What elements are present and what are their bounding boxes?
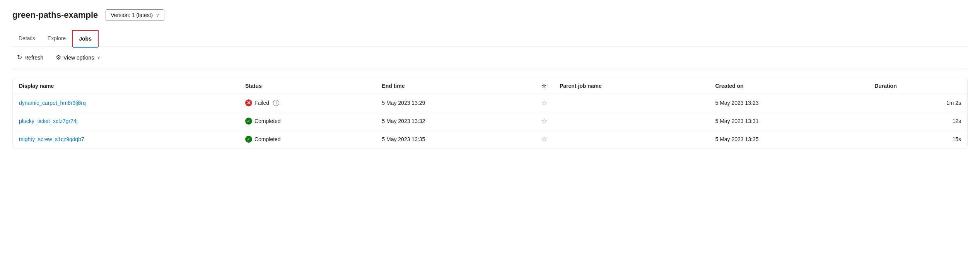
job-parent-name-cell	[553, 94, 709, 112]
completed-icon: ✓	[245, 136, 252, 143]
job-star-cell: ☆	[535, 112, 553, 130]
job-parent-name-cell	[553, 130, 709, 149]
status-label: Completed	[254, 118, 281, 124]
col-header-status: Status	[239, 78, 376, 94]
job-name-link[interactable]: mighty_screw_s1cz9qdqb7	[19, 136, 84, 142]
version-label: Version: 1 (latest)	[111, 12, 153, 18]
job-created-on-cell: 5 May 2023 13:23	[709, 94, 869, 112]
job-parent-name-cell	[553, 112, 709, 130]
star-icon[interactable]: ☆	[541, 99, 547, 107]
refresh-icon: ↻	[17, 54, 22, 61]
col-header-end-time: End time	[376, 78, 535, 94]
tabs-section: Details Explore Jobs	[12, 30, 968, 47]
view-options-icon: ⚙	[56, 54, 61, 61]
job-end-time-cell: 5 May 2023 13:29	[376, 94, 535, 112]
job-display-name-cell: plucky_ticket_xcfz7gr74j	[13, 112, 239, 130]
job-duration-cell: 12s	[868, 112, 967, 130]
completed-icon: ✓	[245, 118, 252, 125]
tab-jobs[interactable]: Jobs	[72, 30, 99, 47]
info-icon[interactable]: i	[273, 100, 279, 106]
status-label: Completed	[254, 136, 281, 142]
job-display-name-cell: mighty_screw_s1cz9qdqb7	[13, 130, 239, 149]
job-created-on-cell: 5 May 2023 13:31	[709, 112, 869, 130]
toolbar-section: ↻ Refresh ⚙ View options ∨	[12, 47, 968, 68]
tab-explore[interactable]: Explore	[41, 31, 72, 46]
table-container: Display name Status End time ☆ Parent jo…	[12, 78, 968, 149]
job-duration-cell: 1m 2s	[868, 94, 967, 112]
job-name-link[interactable]: dynamic_carpet_hm8r9lj8rq	[19, 100, 86, 106]
table-row: mighty_screw_s1cz9qdqb7✓Completed5 May 2…	[13, 130, 967, 149]
job-name-link[interactable]: plucky_ticket_xcfz7gr74j	[19, 118, 78, 124]
col-header-star: ☆	[535, 78, 553, 94]
col-header-display-name: Display name	[13, 78, 239, 94]
failed-icon: ✕	[245, 99, 252, 106]
refresh-label: Refresh	[24, 55, 43, 61]
table-body: dynamic_carpet_hm8r9lj8rq✕Failedi5 May 2…	[13, 94, 967, 149]
job-status-cell: ✕Failedi	[239, 94, 376, 112]
page-container: green-paths-example Version: 1 (latest) …	[0, 0, 980, 158]
table-row: plucky_ticket_xcfz7gr74j✓Completed5 May …	[13, 112, 967, 130]
job-star-cell: ☆	[535, 94, 553, 112]
jobs-table: Display name Status End time ☆ Parent jo…	[13, 78, 967, 148]
view-options-button[interactable]: ⚙ View options ∨	[51, 51, 105, 63]
version-dropdown[interactable]: Version: 1 (latest) ∨	[106, 9, 164, 21]
star-icon[interactable]: ☆	[541, 135, 547, 143]
job-status-cell: ✓Completed	[239, 112, 376, 130]
tab-details[interactable]: Details	[12, 31, 41, 46]
job-end-time-cell: 5 May 2023 13:32	[376, 112, 535, 130]
job-end-time-cell: 5 May 2023 13:35	[376, 130, 535, 149]
job-star-cell: ☆	[535, 130, 553, 149]
star-icon[interactable]: ☆	[541, 117, 547, 125]
page-title: green-paths-example	[12, 10, 98, 20]
header-section: green-paths-example Version: 1 (latest) …	[12, 9, 968, 21]
table-header: Display name Status End time ☆ Parent jo…	[13, 78, 967, 94]
job-display-name-cell: dynamic_carpet_hm8r9lj8rq	[13, 94, 239, 112]
status-label: Failed	[254, 100, 269, 106]
job-duration-cell: 15s	[868, 130, 967, 149]
col-header-duration: Duration	[868, 78, 967, 94]
chevron-down-icon: ∨	[156, 12, 159, 18]
table-row: dynamic_carpet_hm8r9lj8rq✕Failedi5 May 2…	[13, 94, 967, 112]
col-header-parent-job-name: Parent job name	[553, 78, 709, 94]
job-created-on-cell: 5 May 2023 13:35	[709, 130, 869, 149]
job-status-cell: ✓Completed	[239, 130, 376, 149]
view-options-chevron-icon: ∨	[97, 55, 100, 60]
col-header-created-on: Created on	[709, 78, 869, 94]
refresh-button[interactable]: ↻ Refresh	[12, 51, 48, 63]
view-options-label: View options	[63, 55, 94, 61]
